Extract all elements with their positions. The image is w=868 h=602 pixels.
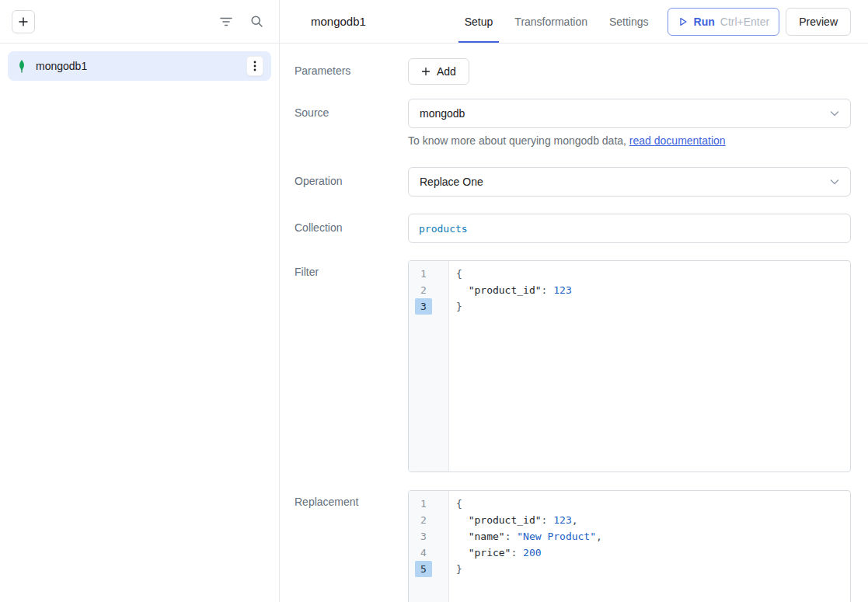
run-button[interactable]: Run Ctrl+Enter xyxy=(668,8,780,36)
replacement-field: 12345 { "product_id": 123, "name": "New … xyxy=(408,490,851,602)
source-helper-text: To know more about querying mongodb data… xyxy=(408,134,851,147)
chevron-down-icon xyxy=(828,176,841,188)
operation-row: Operation Replace One xyxy=(295,167,851,197)
filter-row: Filter 123 { "product_id": 123} xyxy=(295,260,851,472)
add-parameter-button[interactable]: Add xyxy=(408,58,469,85)
source-label: Source xyxy=(295,99,408,147)
preview-button[interactable]: Preview xyxy=(786,8,851,36)
line-number: 2 xyxy=(415,512,432,528)
code-line: "product_id": 123 xyxy=(456,282,850,298)
query-header: mongodb1 Setup Transformation Settings R… xyxy=(280,0,868,43)
filter-code-editor[interactable]: 123 { "product_id": 123} xyxy=(408,260,851,472)
plus-icon xyxy=(18,16,29,27)
run-button-label: Run xyxy=(694,16,715,28)
filter-icon[interactable] xyxy=(219,16,233,28)
chevron-down-icon xyxy=(828,107,841,120)
tab-settings[interactable]: Settings xyxy=(603,0,655,43)
sidebar-toolbar-icons xyxy=(219,15,263,28)
code-line: { xyxy=(456,496,850,512)
code-line: "product_id": 123, xyxy=(456,512,850,528)
filter-label: Filter xyxy=(295,260,408,472)
code-line: { xyxy=(456,266,850,282)
parameters-row: Parameters Add xyxy=(295,58,851,85)
replacement-code-editor[interactable]: 12345 { "product_id": 123, "name": "New … xyxy=(408,490,851,602)
collection-input-value: products xyxy=(419,223,468,235)
add-parameter-label: Add xyxy=(437,65,456,78)
tab-transformation[interactable]: Transformation xyxy=(508,0,594,43)
collection-input[interactable]: products xyxy=(408,214,851,243)
line-number: 5 xyxy=(415,561,432,577)
filter-field: 123 { "product_id": 123} xyxy=(408,260,851,472)
search-icon[interactable] xyxy=(250,15,263,28)
operation-select-value: Replace One xyxy=(420,176,483,188)
sidebar-toolbar xyxy=(0,0,279,43)
query-list: mongodb1 xyxy=(0,43,279,89)
code-line: } xyxy=(456,298,850,315)
parameters-field: Add xyxy=(408,58,851,85)
replacement-label: Replacement xyxy=(295,490,408,602)
add-query-button[interactable] xyxy=(12,10,35,33)
setup-form: Parameters Add Source mongodb xyxy=(280,43,868,602)
query-sidebar: mongodb1 xyxy=(0,0,280,602)
source-helper-prefix: To know more about querying mongodb data… xyxy=(408,134,629,147)
source-row: Source mongodb To know more about queryi… xyxy=(295,99,851,147)
query-list-item-mongodb1[interactable]: mongodb1 xyxy=(8,51,271,81)
replacement-editor-code[interactable]: { "product_id": 123, "name": "New Produc… xyxy=(449,491,850,602)
line-number: 1 xyxy=(415,496,432,512)
line-number: 1 xyxy=(415,266,432,282)
read-documentation-link[interactable]: read documentation xyxy=(629,134,726,147)
kebab-menu-icon[interactable] xyxy=(246,56,263,76)
mongodb-leaf-icon xyxy=(16,59,28,73)
code-line: "name": "New Product", xyxy=(456,528,850,545)
line-number: 3 xyxy=(415,298,432,315)
parameters-label: Parameters xyxy=(295,58,408,85)
tab-setup[interactable]: Setup xyxy=(458,0,500,43)
app-root: mongodb1 mongodb1 Setup Transformation S… xyxy=(0,0,868,602)
filter-editor-gutter: 123 xyxy=(409,261,449,472)
line-number: 2 xyxy=(415,282,432,298)
line-number: 3 xyxy=(415,528,432,545)
source-select[interactable]: mongodb xyxy=(408,99,851,128)
source-select-value: mongodb xyxy=(420,107,465,120)
plus-icon xyxy=(421,67,431,76)
code-line: } xyxy=(456,561,850,577)
source-field: mongodb To know more about querying mong… xyxy=(408,99,851,147)
tab-bar: Setup Transformation Settings xyxy=(458,0,655,43)
collection-label: Collection xyxy=(295,214,408,243)
operation-select[interactable]: Replace One xyxy=(408,167,851,197)
query-title: mongodb1 xyxy=(311,15,366,28)
operation-label: Operation xyxy=(295,167,408,197)
main-panel: mongodb1 Setup Transformation Settings R… xyxy=(280,0,868,602)
replacement-editor-gutter: 12345 xyxy=(409,491,449,602)
operation-field: Replace One xyxy=(408,167,851,197)
query-item-label: mongodb1 xyxy=(36,60,87,72)
play-icon xyxy=(678,16,688,27)
run-button-shortcut: Ctrl+Enter xyxy=(720,16,769,28)
collection-row: Collection products xyxy=(295,214,851,243)
header-actions: Run Ctrl+Enter Preview xyxy=(668,8,851,36)
collection-field: products xyxy=(408,214,851,243)
filter-editor-code[interactable]: { "product_id": 123} xyxy=(449,261,850,472)
replacement-row: Replacement 12345 { "product_id": 123, "… xyxy=(295,490,851,602)
line-number: 4 xyxy=(415,545,432,561)
code-line: "price": 200 xyxy=(456,545,850,561)
